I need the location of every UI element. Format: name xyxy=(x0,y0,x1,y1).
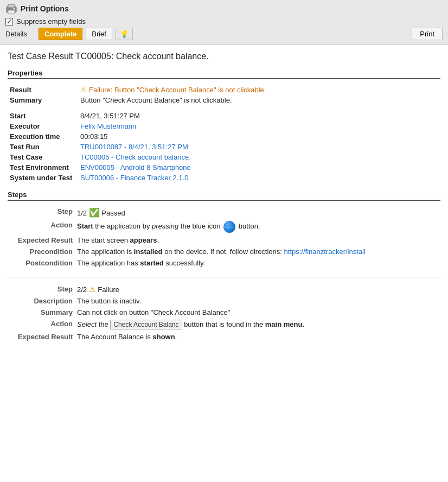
property-row: Result⚠Failure: Button "Check Account Ba… xyxy=(8,85,440,95)
globe-icon xyxy=(223,221,235,233)
action-label: Action xyxy=(8,220,73,233)
svg-point-3 xyxy=(14,8,15,10)
bold-text: shown xyxy=(152,333,175,341)
summary-row: Summary Can not click on button "Check A… xyxy=(8,307,440,316)
print-options-title: Print Options xyxy=(5,3,443,14)
main-content: Test Case Result TC00005: Check account … xyxy=(0,45,448,357)
property-value[interactable]: SUT00006 - Finance Tracker 2.1.0 xyxy=(78,173,440,183)
precondition-row: Precondition The application is installe… xyxy=(8,246,440,256)
property-row: Test RunTRU0010087 - 8/4/21, 3:51:27 PM xyxy=(8,142,440,152)
details-row: Details Complete Brief 💡 xyxy=(5,28,133,40)
properties-section-header: Properties xyxy=(8,69,440,79)
summary-value: Can not click on button "Check Account B… xyxy=(77,307,440,316)
brief-button[interactable]: Brief xyxy=(86,28,112,40)
suppress-row: Suppress empty fields xyxy=(5,17,443,26)
step-num: 1/2 xyxy=(77,209,87,217)
step-num: 2/2 xyxy=(77,286,87,294)
printer-icon xyxy=(5,3,17,14)
property-row: System under TestSUT00006 - Finance Trac… xyxy=(8,173,440,183)
passed-icon: ✅ xyxy=(89,208,100,217)
property-link[interactable]: SUT00006 - Finance Tracker 2.1.0 xyxy=(80,174,188,182)
property-link[interactable]: Felix Mustermann xyxy=(80,122,136,130)
svg-rect-2 xyxy=(8,10,15,14)
precondition-label: Precondition xyxy=(8,246,73,256)
step-status-text: Passed xyxy=(101,209,125,217)
svg-rect-1 xyxy=(8,4,15,8)
step-status-text: Failure xyxy=(98,286,119,294)
property-row: ExecutorFelix Mustermann xyxy=(8,121,440,131)
print-options-bar: Print Options Suppress empty fields Deta… xyxy=(0,0,448,45)
property-label: Executor xyxy=(8,121,78,131)
bold-text: main menu. xyxy=(265,320,304,328)
suppress-checkbox[interactable] xyxy=(5,18,13,26)
warning-icon: ⚠ xyxy=(80,86,87,94)
bold-text: appears xyxy=(130,236,157,244)
steps-section: Steps Step 1/2 ✅ Passed Action Start the… xyxy=(8,191,440,341)
property-row: SummaryButton "Check Account Balance" is… xyxy=(8,95,440,105)
property-value: 00:03:15 xyxy=(78,131,440,142)
italic-text: pressing xyxy=(152,222,178,230)
expected-result-row: Expected Result The Account Balance is s… xyxy=(8,332,440,341)
action-row: Action Select the Check Account Balanc b… xyxy=(8,319,440,329)
step-label: Step xyxy=(8,206,73,218)
expected-result-value: The Account Balance is shown. xyxy=(77,332,440,341)
expected-result-label: Expected Result xyxy=(8,332,73,341)
property-label: Result xyxy=(8,85,78,95)
expected-result-value: The start screen appears. xyxy=(77,235,440,244)
property-row: Start8/4/21, 3:51:27 PM xyxy=(8,111,440,121)
description-row: Description The button is inactiv. xyxy=(8,296,440,305)
action-value: Start the application by pressing the bl… xyxy=(77,220,440,233)
expected-result-row: Expected Result The start screen appears… xyxy=(8,235,440,244)
action-row: Action Start the application by pressing… xyxy=(8,220,440,233)
step-divider xyxy=(8,277,440,277)
property-row: Test EnvironmentENV00005 - Android 8 Sma… xyxy=(8,162,440,173)
inline-button: Check Account Balanc xyxy=(110,320,182,329)
property-link[interactable]: TC00005 - Check account balance. xyxy=(80,153,191,161)
action-label: Action xyxy=(8,319,73,329)
bold-text: installed xyxy=(134,248,163,256)
precondition-value: The application is installed on the devi… xyxy=(77,246,440,256)
action-value: Select the Check Account Balanc button t… xyxy=(77,319,440,329)
postcondition-label: Postcondition xyxy=(8,258,73,267)
hint-button[interactable]: 💡 xyxy=(116,28,133,40)
property-link[interactable]: TRU0010087 - 8/4/21, 3:51:27 PM xyxy=(80,143,188,151)
step-block: Step 2/2 ⚠ Failure Description The butto… xyxy=(8,284,440,341)
property-row: Test CaseTC00005 - Check account balance… xyxy=(8,152,440,162)
step-label: Step xyxy=(8,284,73,294)
property-value[interactable]: TRU0010087 - 8/4/21, 3:51:27 PM xyxy=(78,142,440,152)
property-value: 8/4/21, 3:51:27 PM xyxy=(78,111,440,121)
postcondition-value: The application has started successfully… xyxy=(77,258,440,267)
property-row: Execution time00:03:15 xyxy=(8,131,440,142)
property-value: Button "Check Account Balance" is not cl… xyxy=(78,95,440,105)
property-label: Test Environment xyxy=(8,162,78,173)
property-label: System under Test xyxy=(8,173,78,183)
failed-icon: ⚠ xyxy=(89,285,96,294)
page-title: Test Case Result TC00005: Check account … xyxy=(8,52,440,61)
step-header-row: Step 2/2 ⚠ Failure xyxy=(8,284,440,294)
description-label: Description xyxy=(8,296,73,305)
complete-button[interactable]: Complete xyxy=(39,28,82,40)
step-status: 2/2 ⚠ Failure xyxy=(77,284,440,294)
property-value[interactable]: ENV00005 - Android 8 Smartphone xyxy=(78,162,440,173)
step-status: 1/2 ✅ Passed xyxy=(77,206,440,218)
property-value[interactable]: TC00005 - Check account balance. xyxy=(78,152,440,162)
property-link[interactable]: ENV00005 - Android 8 Smartphone xyxy=(80,163,191,172)
property-value[interactable]: Felix Mustermann xyxy=(78,121,440,131)
summary-label: Summary xyxy=(8,307,73,316)
step-header-row: Step 1/2 ✅ Passed xyxy=(8,206,440,218)
bold-text: started xyxy=(140,259,163,267)
precondition-link[interactable]: https://finanztracker/install xyxy=(284,248,366,256)
bold-text: Start xyxy=(77,222,93,230)
steps-section-header: Steps xyxy=(8,191,440,201)
expected-result-label: Expected Result xyxy=(8,235,73,244)
property-label: Start xyxy=(8,111,78,121)
property-label: Test Case xyxy=(8,152,78,162)
postcondition-row: Postcondition The application has starte… xyxy=(8,258,440,267)
details-label: Details xyxy=(5,30,35,38)
step-block: Step 1/2 ✅ Passed Action Start the appli… xyxy=(8,206,440,267)
property-value: ⚠Failure: Button "Check Account Balance"… xyxy=(78,85,440,95)
print-button[interactable]: Print xyxy=(412,28,443,40)
property-label: Test Run xyxy=(8,142,78,152)
print-options-label: Print Options xyxy=(21,4,69,13)
suppress-label: Suppress empty fields xyxy=(16,17,86,26)
